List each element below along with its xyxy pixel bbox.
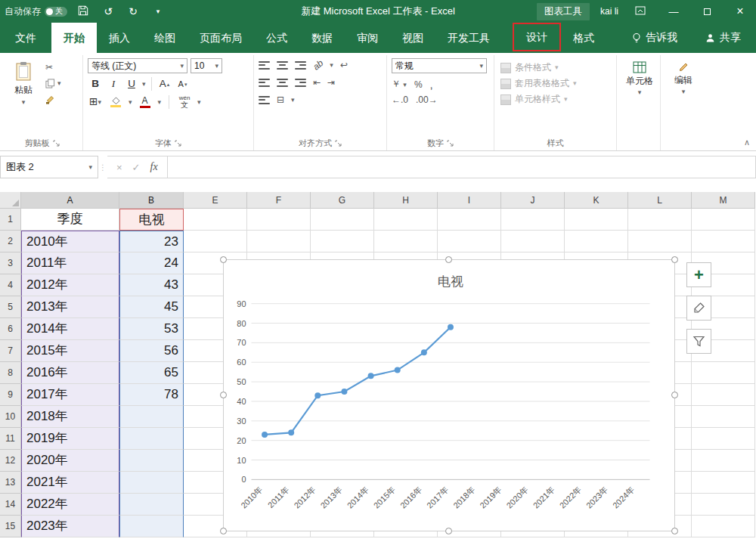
chart-selection-handle[interactable] xyxy=(445,256,452,263)
cell-B10[interactable] xyxy=(119,406,184,428)
cell-B2[interactable]: 23 xyxy=(119,231,184,252)
percent-style-button[interactable]: % xyxy=(414,79,423,90)
cell-M9[interactable] xyxy=(692,384,755,406)
row-header-7[interactable]: 7 xyxy=(0,340,21,362)
accounting-format-button[interactable]: ￥ ▾ xyxy=(392,78,407,91)
cell-A1[interactable]: 季度 xyxy=(21,209,119,231)
chart-selection-handle[interactable] xyxy=(671,528,678,534)
merge-center-button[interactable]: ⊟ xyxy=(277,94,284,105)
tab-developer[interactable]: 开发工具 xyxy=(435,23,502,53)
cell-A4[interactable]: 2012年 xyxy=(21,274,119,296)
copy-button[interactable]: ▾ xyxy=(45,77,61,89)
cell-B9[interactable]: 78 xyxy=(119,384,184,406)
cell-B15[interactable] xyxy=(119,516,184,537)
tab-review[interactable]: 审阅 xyxy=(345,23,390,53)
tab-page-layout[interactable]: 页面布局 xyxy=(187,23,254,53)
share-button[interactable]: 共享 xyxy=(699,23,747,53)
cell-F2[interactable] xyxy=(247,231,311,252)
align-left-button[interactable] xyxy=(259,79,270,87)
cell-A12[interactable]: 2020年 xyxy=(21,450,119,472)
ribbon-display-options-button[interactable] xyxy=(629,6,652,17)
save-button[interactable] xyxy=(74,5,92,18)
cell-A7[interactable]: 2015年 xyxy=(21,340,119,362)
cell-L1[interactable] xyxy=(628,209,692,231)
cell-A11[interactable]: 2019年 xyxy=(21,428,119,450)
row-header-5[interactable]: 5 xyxy=(0,296,21,318)
column-header-B[interactable]: B xyxy=(119,192,184,209)
cell-A8[interactable]: 2016年 xyxy=(21,362,119,384)
chart-selection-handle[interactable] xyxy=(220,528,227,534)
undo-button[interactable]: ↺ xyxy=(99,5,117,17)
row-header-6[interactable]: 6 xyxy=(0,318,21,340)
maximize-button[interactable] xyxy=(696,6,718,17)
cell-H2[interactable] xyxy=(374,231,438,252)
cell-G1[interactable] xyxy=(311,209,374,231)
cell-I2[interactable] xyxy=(438,231,501,252)
cell-G2[interactable] xyxy=(311,231,374,252)
cell-J1[interactable] xyxy=(501,209,565,231)
tab-home[interactable]: 开始 xyxy=(51,23,97,53)
cancel-button[interactable]: × xyxy=(116,162,122,173)
cell-styles-button[interactable]: 单元格样式▾ xyxy=(500,93,610,106)
underline-button[interactable]: U xyxy=(124,76,139,91)
cell-A3[interactable]: 2011年 xyxy=(21,252,119,274)
cell-E1[interactable] xyxy=(184,209,247,231)
bold-button[interactable]: B xyxy=(88,76,103,91)
align-center-button[interactable] xyxy=(277,79,288,87)
enter-button[interactable]: ✓ xyxy=(132,162,141,173)
row-header-9[interactable]: 9 xyxy=(0,384,21,406)
cell-B6[interactable]: 53 xyxy=(119,318,184,340)
close-button[interactable]: × xyxy=(729,5,751,18)
chart-styles-button[interactable] xyxy=(686,296,711,321)
chart-selection-handle[interactable] xyxy=(671,256,678,263)
comma-style-button[interactable]: , xyxy=(430,78,433,91)
tab-data[interactable]: 数据 xyxy=(299,23,345,53)
editing-button[interactable]: 编辑 ▾ xyxy=(665,58,702,95)
clipboard-dialog-launcher[interactable] xyxy=(53,140,60,147)
tab-insert[interactable]: 插入 xyxy=(97,23,142,53)
increase-decimal-button[interactable]: ←.0 xyxy=(392,94,408,105)
italic-button[interactable]: I xyxy=(106,76,121,91)
cut-button[interactable]: ✂ xyxy=(45,61,61,73)
row-header-13[interactable]: 13 xyxy=(0,472,21,494)
column-header-F[interactable]: F xyxy=(247,192,311,209)
tab-file[interactable]: 文件 xyxy=(0,23,51,53)
cell-M13[interactable] xyxy=(692,472,755,494)
cell-A10[interactable]: 2018年 xyxy=(21,406,119,428)
column-header-E[interactable]: E xyxy=(184,192,247,209)
column-header-L[interactable]: L xyxy=(628,192,692,209)
row-header-14[interactable]: 14 xyxy=(0,494,21,516)
cell-M1[interactable] xyxy=(692,209,755,231)
fill-color-button[interactable] xyxy=(108,94,123,110)
cell-M8[interactable] xyxy=(692,362,755,384)
cell-M15[interactable] xyxy=(692,516,755,537)
row-header-4[interactable]: 4 xyxy=(0,274,21,296)
cell-B12[interactable] xyxy=(119,450,184,472)
redo-button[interactable]: ↻ xyxy=(124,5,142,17)
cell-A14[interactable]: 2022年 xyxy=(21,494,119,516)
cell-B4[interactable]: 43 xyxy=(119,274,184,296)
cell-A5[interactable]: 2013年 xyxy=(21,296,119,318)
cell-B8[interactable]: 65 xyxy=(119,362,184,384)
collapse-ribbon-button[interactable]: ∧ xyxy=(744,138,750,147)
cell-L2[interactable] xyxy=(628,231,692,252)
row-header-15[interactable]: 15 xyxy=(0,516,21,537)
align-right-button[interactable] xyxy=(295,79,306,87)
cell-A15[interactable]: 2023年 xyxy=(21,516,119,537)
minimize-button[interactable]: — xyxy=(662,6,685,17)
insert-function-button[interactable]: fx xyxy=(150,161,158,173)
chart[interactable]: 01020304050607080902010年2011年2012年2013年2… xyxy=(223,259,675,531)
column-header-G[interactable]: G xyxy=(311,192,374,209)
chart-selection-handle[interactable] xyxy=(445,528,452,534)
shrink-font-button[interactable]: A▾ xyxy=(175,76,191,91)
cells-button[interactable]: 单元格 ▾ xyxy=(621,58,658,96)
cell-A6[interactable]: 2014年 xyxy=(21,318,119,340)
cell-M2[interactable] xyxy=(692,231,755,252)
formula-input[interactable] xyxy=(168,156,756,178)
select-all-corner[interactable] xyxy=(0,192,21,209)
cell-I1[interactable] xyxy=(438,209,501,231)
customize-qat-dropdown[interactable]: ▾ xyxy=(149,8,167,15)
align-top-button[interactable] xyxy=(259,61,270,70)
increase-indent-button[interactable]: ⇥ xyxy=(327,77,335,88)
font-color-button[interactable]: A xyxy=(138,94,153,110)
